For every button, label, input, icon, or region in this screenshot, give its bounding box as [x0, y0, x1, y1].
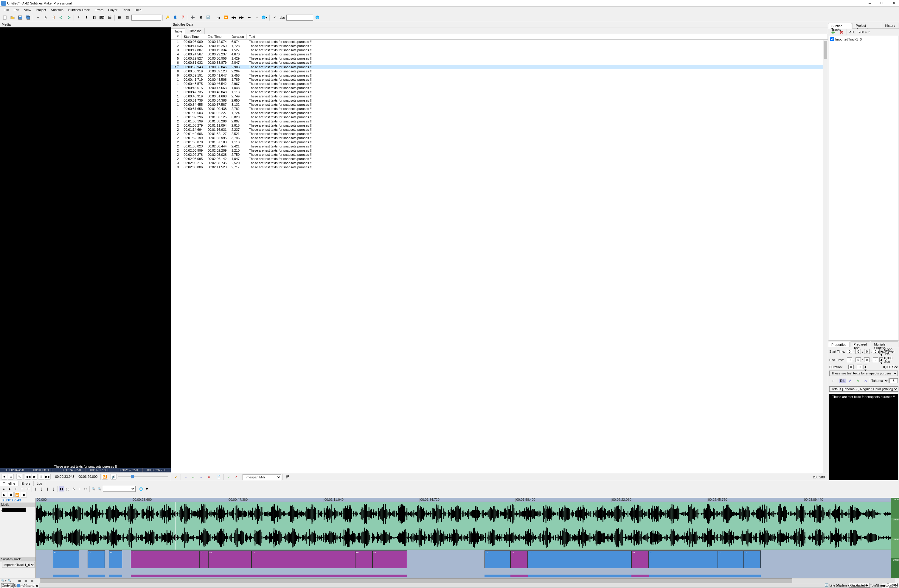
subtitle-row[interactable]: 800:00:36.91900:00:39.1232,204These are …	[171, 69, 828, 73]
subtitle-row[interactable]: 600:00:31.03200:00:33.8792,847These are …	[171, 60, 828, 65]
expand-icon[interactable]: ↔	[253, 14, 260, 21]
tl-zoom-out-icon[interactable]: 🔍	[97, 486, 102, 491]
menu-errors[interactable]: Errors	[92, 7, 106, 12]
lang-dropdown[interactable]	[286, 15, 313, 20]
rtl-toggle[interactable]: RtL	[839, 379, 846, 383]
table-scrollbar[interactable]	[823, 40, 828, 473]
dur-ms[interactable]	[857, 364, 862, 369]
tab-description[interactable]: Project Description	[853, 23, 881, 28]
subtitle-row[interactable]: 100:00:47.73500:00:48.8481,113These are …	[171, 90, 828, 94]
ocr-icon[interactable]: ◧	[91, 14, 98, 21]
subtitle-row[interactable]: 500:00:29.52700:00:30.9561,429These are …	[171, 56, 828, 60]
subtitle-track-area[interactable]: ThThThThThThThThThThThThThThThTh	[36, 549, 899, 573]
subtitle-row[interactable]: 100:00:51.73600:00:54.3862,650These are …	[171, 98, 828, 102]
user-icon[interactable]: 👤	[171, 14, 179, 21]
subtitle-row[interactable]: 100:00:57.65600:01:00.4382,782These are …	[171, 106, 828, 111]
arrow-left-icon[interactable]: ←	[182, 474, 189, 481]
timeline-canvas[interactable]: 00.00000:00:23.68000:00:47.36000:01:11.0…	[36, 498, 899, 578]
dur-s[interactable]	[848, 364, 854, 369]
dur-spinner[interactable]: ▲▼	[863, 364, 867, 369]
subtitle-block[interactable]: Th	[88, 551, 105, 568]
export-icon[interactable]: ⬆	[83, 14, 90, 21]
tl-s-icon[interactable]: S	[71, 486, 76, 491]
subtitle-row[interactable]: 300:00:17.80700:00:19.3341,527These are …	[171, 48, 828, 52]
page-icon[interactable]: 📄	[215, 474, 222, 481]
menu-view[interactable]: View	[22, 7, 34, 12]
col-end[interactable]: End Time	[205, 34, 229, 40]
subtitle-row[interactable]: 400:00:24.56700:00:29.2374,670These are …	[171, 52, 828, 56]
seek-fwd-icon[interactable]: ▶▶	[238, 14, 245, 21]
subtitle-block[interactable]: Th	[528, 551, 632, 568]
add-sub-icon[interactable]: ➕	[189, 14, 196, 21]
tl-track-select[interactable]: ImportedTrack1_0	[2, 562, 35, 568]
apply-icon[interactable]: ✓	[225, 474, 232, 481]
arrow-right-icon[interactable]: →	[198, 474, 205, 481]
subtitle-block[interactable]: Th	[372, 551, 407, 568]
tab-tracks[interactable]: Subtitle Tracks	[828, 23, 852, 29]
flag-icon[interactable]: 🏴	[284, 474, 291, 481]
arrow-both-icon[interactable]: ↔	[190, 474, 197, 481]
end-h[interactable]	[847, 358, 852, 362]
menu-subtitles[interactable]: Subtitles	[49, 7, 66, 12]
save-icon[interactable]	[17, 14, 24, 21]
subtitle-block[interactable]: Th	[510, 551, 528, 568]
menu-subtitles-track[interactable]: Subtitles Track	[66, 7, 92, 12]
subtitle-block[interactable]: Th	[208, 551, 252, 568]
subtitle-block[interactable]: Th	[632, 551, 649, 568]
tl-bracket-lb-icon[interactable]: [	[45, 486, 50, 491]
track-item[interactable]: ImportedTrack1_0	[829, 37, 897, 42]
subtitle-text-input[interactable]: These are test texts for snapsots purose…	[829, 370, 898, 376]
subtitle-row[interactable]: 300:02:08.80600:02:11.5232,717These are …	[171, 165, 828, 169]
tl-mode-a-icon[interactable]: ▦	[17, 578, 22, 583]
volume-icon[interactable]: 🔊	[111, 474, 116, 480]
subtitle-row[interactable]: 100:00:54.45500:00:57.5873,132These are …	[171, 102, 828, 106]
start-s[interactable]	[864, 349, 870, 354]
spell-icon[interactable]: ✓	[271, 14, 278, 21]
refresh-icon[interactable]: 🔄	[205, 14, 212, 21]
globe-icon[interactable]: 🌐▾	[261, 14, 268, 21]
track-checkbox[interactable]	[830, 37, 834, 41]
tab-history[interactable]: History	[882, 23, 898, 28]
time-format-select[interactable]: Timespan.Milli	[243, 474, 281, 480]
seek-prev-icon[interactable]: ⏪	[222, 14, 229, 21]
subtitle-block[interactable]: Th	[718, 551, 744, 568]
layout2-icon[interactable]: ▥	[124, 14, 131, 21]
subtitle-row[interactable]: 200:00:14.53600:00:16.2591,723These are …	[171, 44, 828, 48]
btab-timeline[interactable]: Timeline	[0, 481, 19, 486]
video-preview[interactable]: These are test texts for snapsots purose…	[0, 28, 171, 472]
menu-help[interactable]: Help	[132, 7, 144, 12]
subtitle-block[interactable]: Th	[131, 551, 200, 568]
tl-l-icon[interactable]: L	[77, 486, 82, 491]
font-default-select[interactable]: Default [Tahoma, 8, Regular, Color [Whit…	[829, 386, 898, 392]
menu-edit[interactable]: Edit	[11, 7, 22, 12]
tl-add-icon[interactable]: +	[13, 486, 19, 491]
arrow-expand-icon[interactable]: ⇔	[205, 474, 212, 481]
col-num[interactable]: #	[171, 34, 181, 40]
menu-project[interactable]: Project	[33, 7, 48, 12]
tl-view1-icon[interactable]: ▮▮	[59, 486, 64, 491]
tl-zoom-in-icon[interactable]: 🔍	[91, 486, 96, 491]
h-scrollbar[interactable]	[39, 583, 882, 588]
menu-tools[interactable]: Tools	[120, 7, 132, 12]
undo-icon[interactable]	[57, 14, 65, 21]
translate-icon[interactable]: 🌐	[314, 14, 321, 21]
video-ruler[interactable]: 00:00:34.45000:01:08.90000:01:43.35000:0…	[0, 468, 171, 472]
loop-icon[interactable]: 🔁	[102, 474, 108, 480]
start-h[interactable]	[847, 349, 852, 354]
tl-bracket-l-icon[interactable]: [	[33, 486, 39, 491]
next-frame-icon[interactable]: ▶▶	[45, 474, 51, 480]
font-italic-icon[interactable]: A	[862, 377, 869, 384]
subtitle-row[interactable]: 200:01:14.69400:01:16.9312,237These are …	[171, 128, 828, 132]
subtitle-block[interactable]: Th	[53, 551, 79, 568]
spell2-icon[interactable]: abc	[279, 14, 286, 21]
subtitle-block[interactable]: Th	[109, 551, 122, 568]
end-spinner[interactable]: ▲▼	[879, 358, 883, 362]
subtitle-row[interactable]: 200:01:49.60600:01:52.1272,521These are …	[171, 132, 828, 136]
import-icon[interactable]: ⬇	[75, 14, 82, 21]
subtitle-row[interactable]: 200:01:56.07000:01:57.1831,113These are …	[171, 140, 828, 144]
tl-mode-b-icon[interactable]: ▤	[23, 578, 28, 583]
subtitle-row[interactable]: 100:00:41.71900:00:43.5081,789These are …	[171, 77, 828, 82]
add-font-icon[interactable]: +	[829, 377, 836, 384]
tab-multi-viewer[interactable]: Multiple Subtitle Tracks Viewer	[871, 341, 898, 347]
start-m[interactable]	[856, 349, 861, 354]
